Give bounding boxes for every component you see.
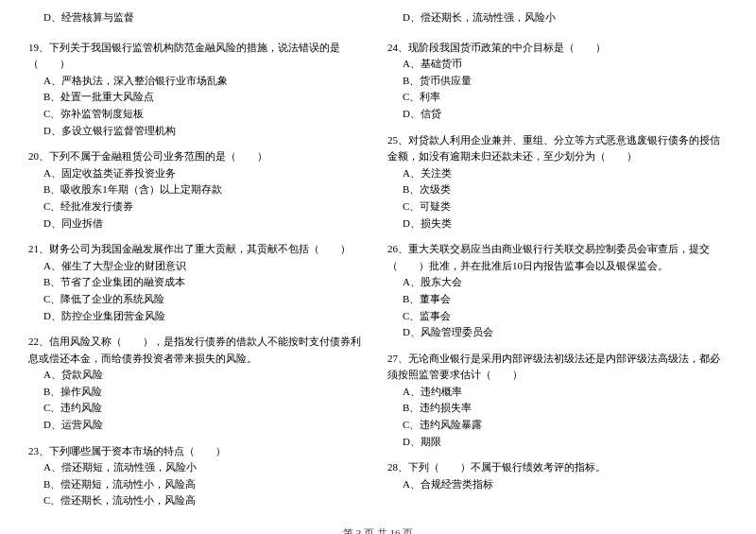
question-27-option-d: D、期限 [387, 434, 728, 451]
question-22-title: 22、信用风险又称（ ），是指发行债券的借款人不能按时支付债券利息或偿还本金，而… [28, 334, 369, 367]
top-option-right: D、偿还期长，流动性强，风险小 [387, 9, 728, 30]
question-26-option-d: D、风险管理委员会 [387, 324, 728, 341]
question-21-option-d: D、防控企业集团营金风险 [28, 308, 369, 325]
question-19: 19、下列关于我国银行监管机构防范金融风险的措施，说法错误的是（ ） A、严格执… [28, 40, 369, 140]
question-24-title: 24、现阶段我国货币政策的中介目标是（ ） [387, 40, 728, 57]
question-20-option-c: C、经批准发行债券 [28, 198, 369, 215]
question-21-title: 21、财务公司为我国金融发展作出了重大贡献，其贡献不包括（ ） [28, 241, 369, 258]
question-28: 28、下列（ ）不属于银行绩效考评的指标。 A、合规经营类指标 [387, 459, 728, 492]
question-23: 23、下列哪些属于资本市场的特点（ ） A、偿还期短，流动性强，风险小 B、偿还… [28, 443, 369, 509]
question-22-option-b: B、操作风险 [28, 384, 369, 401]
question-25-option-a: A、关注类 [387, 165, 728, 182]
question-21: 21、财务公司为我国金融发展作出了重大贡献，其贡献不包括（ ） A、催生了大型企… [28, 241, 369, 324]
question-27: 27、无论商业银行是采用内部评级法初级法还是内部评级法高级法，都必须按照监管要求… [387, 351, 728, 451]
option-d-top: D、经营核算与监督 [28, 9, 369, 26]
question-22-option-d: D、运营风险 [28, 417, 369, 434]
question-23-option-b: B、偿还期短，流动性小，风险高 [28, 476, 369, 493]
question-20-option-a: A、固定收益类证券投资业务 [28, 165, 369, 182]
question-27-option-c: C、违约风险暴露 [387, 417, 728, 434]
question-19-title: 19、下列关于我国银行监管机构防范金融风险的措施，说法错误的是（ ） [28, 40, 369, 73]
question-24-option-b: B、货币供应量 [387, 73, 728, 90]
question-24-option-d: D、信贷 [387, 106, 728, 123]
question-19-option-b: B、处置一批重大风险点 [28, 89, 369, 106]
question-20: 20、下列不属于金融租赁公司业务范围的是（ ） A、固定收益类证券投资业务 B、… [28, 148, 369, 232]
question-25-title: 25、对贷款人利用企业兼并、重组、分立等方式恶意逃废银行债务的授信金额，如没有逾… [387, 132, 728, 165]
question-26-title: 26、重大关联交易应当由商业银行行关联交易控制委员会审查后，提交（ ）批准，并在… [387, 241, 728, 274]
question-26: 26、重大关联交易应当由商业银行行关联交易控制委员会审查后，提交（ ）批准，并在… [387, 241, 728, 341]
question-27-option-a: A、违约概率 [387, 384, 728, 401]
right-column: D、偿还期长，流动性强，风险小 24、现阶段我国货币政策的中介目标是（ ） A、… [387, 9, 728, 515]
page-footer: 第 3 页 共 16 页 [28, 526, 728, 534]
top-option-left: D、经营核算与监督 [28, 9, 369, 30]
question-24: 24、现阶段我国货币政策的中介目标是（ ） A、基础货币 B、货币供应量 C、利… [387, 40, 728, 123]
question-23-option-c: C、偿还期长，流动性小，风险高 [28, 492, 369, 509]
question-20-title: 20、下列不属于金融租赁公司业务范围的是（ ） [28, 148, 369, 165]
question-27-option-b: B、违约损失率 [387, 400, 728, 417]
question-19-option-a: A、严格执法，深入整治银行业市场乱象 [28, 73, 369, 90]
question-23-option-a: A、偿还期短，流动性强，风险小 [28, 459, 369, 476]
question-22: 22、信用风险又称（ ），是指发行债券的借款人不能按时支付债券利息或偿还本金，而… [28, 334, 369, 434]
page-number: 第 3 页 共 16 页 [343, 527, 413, 534]
question-22-option-a: A、贷款风险 [28, 367, 369, 384]
question-24-option-c: C、利率 [387, 89, 728, 106]
question-28-title: 28、下列（ ）不属于银行绩效考评的指标。 [387, 459, 728, 476]
option-d-top-right: D、偿还期长，流动性强，风险小 [387, 9, 728, 26]
question-26-option-b: B、董事会 [387, 291, 728, 308]
question-21-option-b: B、节省了企业集团的融资成本 [28, 274, 369, 291]
question-19-option-d: D、多设立银行监督管理机构 [28, 123, 369, 140]
question-21-option-a: A、催生了大型企业的财团意识 [28, 258, 369, 275]
question-25-option-c: C、可疑类 [387, 198, 728, 215]
question-22-option-c: C、违约风险 [28, 400, 369, 417]
question-23-title: 23、下列哪些属于资本市场的特点（ ） [28, 443, 369, 460]
question-26-option-a: A、股东大会 [387, 274, 728, 291]
question-20-option-b: B、吸收股东1年期（含）以上定期存款 [28, 181, 369, 198]
question-24-option-a: A、基础货币 [387, 56, 728, 73]
question-25: 25、对贷款人利用企业兼并、重组、分立等方式恶意逃废银行债务的授信金额，如没有逾… [387, 132, 728, 233]
question-28-option-a: A、合规经营类指标 [387, 476, 728, 493]
question-21-option-c: C、降低了企业的系统风险 [28, 291, 369, 308]
question-26-option-c: C、监事会 [387, 308, 728, 325]
question-19-option-c: C、弥补监管制度短板 [28, 106, 369, 123]
left-column: D、经营核算与监督 19、下列关于我国银行监管机构防范金融风险的措施，说法错误的… [28, 9, 369, 515]
question-25-option-b: B、次级类 [387, 181, 728, 198]
question-20-option-d: D、同业拆借 [28, 215, 369, 233]
question-25-option-d: D、损失类 [387, 215, 728, 233]
question-27-title: 27、无论商业银行是采用内部评级法初级法还是内部评级法高级法，都必须按照监管要求… [387, 351, 728, 384]
